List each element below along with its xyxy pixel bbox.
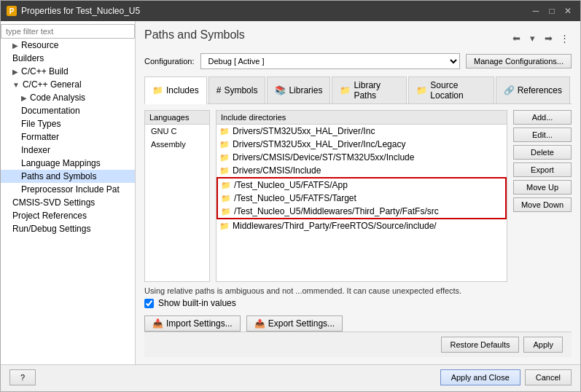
dir-label: Middlewares/Third_Party/FreeRTOS/Source/… (233, 221, 437, 231)
dir-item-highlighted[interactable]: 📁 /Test_Nucleo_U5/FATFS/App (218, 179, 505, 192)
edit-button[interactable]: Edit... (513, 128, 572, 142)
tab-includes[interactable]: 📁 Includes (144, 77, 207, 104)
apply-button[interactable]: Apply (523, 337, 563, 353)
nav-menu-button[interactable]: ▾ (525, 31, 539, 45)
dialog-footer: ? Apply and Close Cancel (1, 364, 580, 391)
sidebar-item-label: Resource (21, 40, 58, 50)
sidebar-item-cmsis-svd[interactable]: CMSIS-SVD Settings (1, 196, 135, 209)
filter-input[interactable] (1, 24, 135, 39)
dir-label: /Test_Nucleo_U5/FATFS/Target (234, 193, 356, 203)
arrow-icon: ▼ (12, 81, 20, 89)
main-content: ▶ Resource Builders ▶ C/C++ Build ▼ C/C+… (1, 21, 580, 364)
dir-label: /Test_Nucleo_U5/Middlewares/Third_Party/… (234, 206, 439, 216)
language-gnu-c[interactable]: GNU C (145, 125, 209, 138)
export-icon: 📤 (254, 318, 265, 329)
languages-panel: Languages GNU C Assembly (144, 110, 210, 282)
add-button[interactable]: Add... (513, 110, 572, 125)
sidebar-item-label: Indexer (21, 145, 50, 155)
sidebar-item-documentation[interactable]: Documentation (1, 104, 135, 117)
show-builtin-label: Show built-in values (158, 298, 236, 308)
languages-header: Languages (145, 111, 209, 125)
sidebar-item-label: Code Analysis (30, 93, 85, 103)
sidebar-item-label: Preprocessor Include Pat (21, 184, 120, 195)
sidebar-item-label: C/C++ Build (21, 66, 69, 77)
sidebar-item-paths-and-symbols[interactable]: Paths and Symbols (1, 170, 135, 183)
minimize-button[interactable]: ─ (529, 4, 542, 17)
import-export-row: 📥 Import Settings... 📤 Export Settings..… (144, 315, 572, 332)
manage-configurations-button[interactable]: Manage Configurations... (466, 54, 572, 68)
help-button[interactable]: ? (9, 369, 36, 385)
dir-label: /Test_Nucleo_U5/FATFS/App (234, 180, 348, 190)
dir-item[interactable]: 📁 Drivers/CMSIS/Device/ST/STM32U5xx/Incl… (217, 151, 507, 164)
sidebar-item-label: Project References (12, 211, 87, 221)
delete-button[interactable]: Delete (513, 145, 572, 160)
sidebar-item-cpp-build[interactable]: ▶ C/C++ Build (1, 65, 135, 78)
sidebar-item-language-mappings[interactable]: Language Mappings (1, 157, 135, 170)
export-button[interactable]: Export (513, 162, 572, 177)
dir-item[interactable]: 📁 Middlewares/Third_Party/FreeRTOS/Sourc… (217, 219, 507, 232)
sidebar-item-builders[interactable]: Builders (1, 52, 135, 65)
sidebar-item-resource[interactable]: ▶ Resource (1, 39, 135, 52)
close-button[interactable]: ✕ (561, 4, 574, 17)
sidebar-item-file-types[interactable]: File Types (1, 117, 135, 130)
dir-label: Drivers/CMSIS/Include (233, 165, 321, 176)
forward-button[interactable]: ➡ (541, 31, 555, 45)
bottom-bar: Restore Defaults Apply (144, 332, 572, 357)
sidebar: ▶ Resource Builders ▶ C/C++ Build ▼ C/C+… (1, 21, 136, 364)
tab-libraries[interactable]: 📚 Libraries (267, 77, 330, 103)
sidebar-item-preprocessor[interactable]: Preprocessor Include Pat (1, 183, 135, 196)
dir-item[interactable]: 📁 Drivers/STM32U5xx_HAL_Driver/Inc (217, 125, 507, 138)
symbols-tab-icon: # (217, 85, 222, 95)
tab-references[interactable]: 🔗 References (496, 77, 570, 103)
sidebar-item-formatter[interactable]: Formatter (1, 130, 135, 144)
import-settings-button[interactable]: 📥 Import Settings... (144, 315, 241, 332)
import-icon: 📥 (152, 318, 163, 329)
export-settings-button[interactable]: 📤 Export Settings... (246, 315, 343, 332)
apply-and-close-button[interactable]: Apply and Close (440, 369, 520, 385)
tab-content-includes: Languages GNU C Assembly Include directo… (144, 110, 572, 282)
libraries-tab-icon: 📚 (275, 85, 286, 95)
highlighted-group: 📁 /Test_Nucleo_U5/FATFS/App 📁 /Test_Nucl… (217, 177, 507, 219)
tab-source-location[interactable]: 📁 Source Location (408, 77, 494, 103)
sidebar-item-code-analysis[interactable]: ▶ Code Analysis (1, 91, 135, 104)
dir-item-highlighted[interactable]: 📁 /Test_Nucleo_U5/FATFS/Target (218, 192, 505, 205)
restore-defaults-button[interactable]: Restore Defaults (441, 337, 520, 353)
cancel-button[interactable]: Cancel (525, 369, 572, 385)
tab-library-paths-label: Library Paths (354, 80, 399, 101)
tab-libraries-label: Libraries (289, 85, 322, 95)
tab-source-location-label: Source Location (430, 80, 486, 101)
config-select[interactable]: Debug [ Active ] (200, 53, 461, 69)
sidebar-item-indexer[interactable]: Indexer (1, 144, 135, 157)
maximize-button[interactable]: □ (545, 4, 558, 17)
tab-library-paths[interactable]: 📁 Library Paths (332, 77, 407, 103)
show-builtin-checkbox[interactable] (144, 299, 154, 308)
source-location-tab-icon: 📁 (416, 85, 427, 95)
folder-icon: 📁 (221, 181, 231, 190)
dir-item[interactable]: 📁 Drivers/CMSIS/Include (217, 164, 507, 177)
sidebar-item-label: File Types (21, 119, 61, 129)
more-button[interactable]: ⋮ (557, 31, 572, 45)
library-paths-tab-icon: 📁 (340, 85, 351, 95)
folder-icon: 📁 (219, 127, 230, 136)
tabs: 📁 Includes # Symbols 📚 Libraries 📁 Libra… (144, 77, 572, 104)
sidebar-item-cpp-general[interactable]: ▼ C/C++ General (1, 78, 135, 91)
dir-item[interactable]: 📁 Drivers/STM32U5xx_HAL_Driver/Inc/Legac… (217, 138, 507, 151)
sidebar-item-label: Formatter (21, 132, 59, 142)
back-button[interactable]: ⬅ (509, 31, 523, 45)
move-up-button[interactable]: Move Up (513, 180, 572, 195)
arrow-icon: ▶ (21, 94, 27, 102)
export-label: Export Settings... (268, 318, 335, 329)
move-down-button[interactable]: Move Down (513, 197, 572, 212)
dirs-header: Include directories (217, 111, 507, 125)
includes-tab-icon: 📁 (152, 85, 163, 95)
config-row: Configuration: Debug [ Active ] Manage C… (144, 53, 572, 69)
tab-symbols[interactable]: # Symbols (208, 77, 266, 103)
sidebar-item-project-references[interactable]: Project References (1, 209, 135, 222)
sidebar-item-run-debug[interactable]: Run/Debug Settings (1, 222, 135, 235)
show-builtin-row: Show built-in values (144, 298, 572, 308)
language-assembly[interactable]: Assembly (145, 138, 209, 151)
tab-includes-label: Includes (166, 85, 199, 95)
dir-item-highlighted[interactable]: 📁 /Test_Nucleo_U5/Middlewares/Third_Part… (218, 205, 505, 218)
window-controls: ─ □ ✕ (529, 4, 574, 17)
folder-icon: 📁 (219, 153, 230, 162)
